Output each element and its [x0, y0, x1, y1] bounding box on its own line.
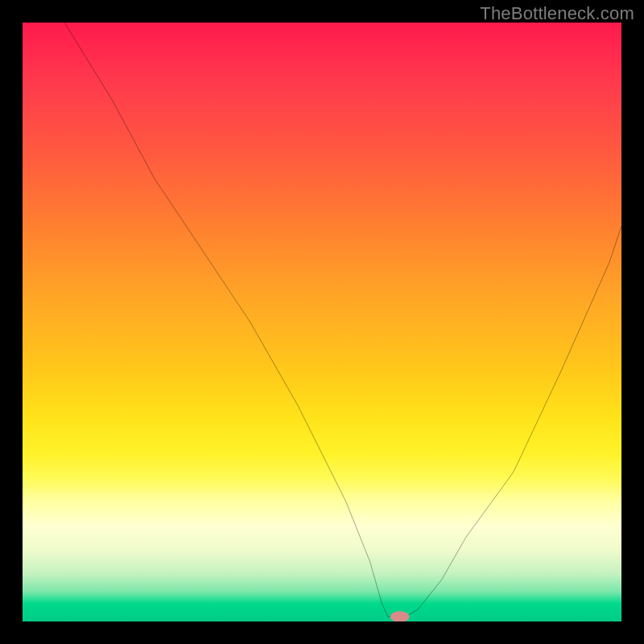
- optimal-marker: [390, 611, 410, 621]
- chart-frame: TheBottleneck.com: [0, 0, 644, 644]
- watermark-label: TheBottleneck.com: [480, 3, 634, 24]
- bottleneck-curve: [64, 23, 621, 617]
- plot-area: [23, 23, 621, 621]
- curve-svg: [23, 23, 621, 621]
